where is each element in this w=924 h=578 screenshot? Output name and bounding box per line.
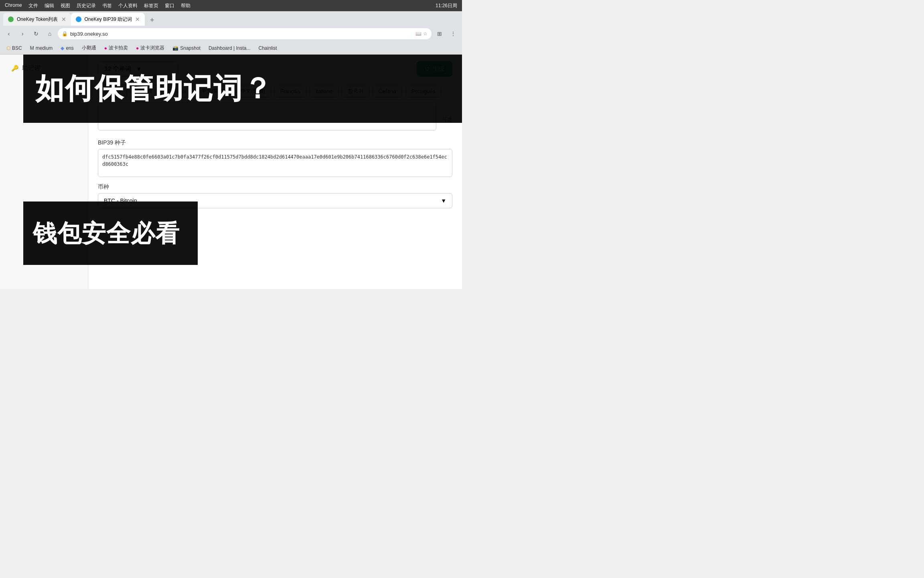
bookmark-polka-browser-icon: ●	[136, 45, 139, 51]
forward-button[interactable]: ›	[17, 28, 28, 39]
bip39-seed-section: BIP39 种子 dfc5157fb4e88c0fe6603a01c7b0fa3…	[98, 139, 452, 179]
bookmark-snapshot-icon: 📸	[172, 45, 178, 51]
os-menu-window[interactable]: 窗口	[165, 2, 174, 9]
overlay-top-text: 如何保管助记词？	[35, 73, 273, 104]
bookmark-polka-auction-label: 波卡拍卖	[109, 45, 128, 51]
bookmark-polka-browser[interactable]: ● 波卡浏览器	[133, 44, 168, 52]
bookmark-bsc-icon: ⬡	[6, 45, 10, 51]
os-time: 11:26日周	[436, 2, 457, 9]
bookmark-ens[interactable]: ◆ ens	[57, 45, 77, 52]
tab-0-favicon	[8, 16, 14, 22]
bookmark-bsc-label: BSC	[12, 45, 22, 51]
lock-icon: 🔒	[62, 31, 68, 37]
bookmark-xiaoe-label: 小鹅通	[82, 45, 96, 51]
currency-label: 币种	[98, 183, 452, 191]
reload-button[interactable]: ↻	[30, 28, 42, 39]
os-menu-view[interactable]: 视图	[61, 2, 70, 9]
tab-bar: OneKey Token列表 ✕ OneKey BIP39 助记词 ✕ +	[0, 11, 462, 26]
bookmark-bsc[interactable]: ⬡ BSC	[3, 45, 25, 52]
bookmark-dashboard[interactable]: Dashboard | Insta...	[205, 45, 254, 52]
os-menu-tabs[interactable]: 标签页	[144, 2, 158, 9]
bookmarks-bar: ⬡ BSC M medium ◆ ens 小鹅通 ● 波卡拍卖 ● 波卡浏览器 …	[0, 42, 462, 55]
os-menu-history[interactable]: 历史记录	[77, 2, 96, 9]
os-bar: Chrome 文件 编辑 视图 历史记录 书签 个人资料 标签页 窗口 帮助 1…	[0, 0, 462, 11]
os-menu-chrome[interactable]: Chrome	[5, 2, 22, 9]
os-menu-bookmarks[interactable]: 书签	[102, 2, 112, 9]
tab-0-close[interactable]: ✕	[61, 16, 66, 22]
bookmark-chainlist[interactable]: Chainlist	[255, 45, 280, 52]
os-menu-help[interactable]: 帮助	[181, 2, 190, 9]
bookmark-ens-label: ens	[66, 45, 73, 51]
address-bar[interactable]: 🔒 bip39.onekey.so 📖 ☆	[58, 28, 432, 39]
bookmark-chainlist-label: Chainlist	[258, 45, 277, 51]
overlay-bottom-text: 钱包安全必看	[33, 220, 180, 247]
os-menu-edit[interactable]: 编辑	[45, 2, 54, 9]
new-tab-button[interactable]: +	[146, 14, 158, 26]
url-display: bip39.onekey.so	[70, 31, 413, 37]
tab-0[interactable]: OneKey Token列表 ✕	[3, 13, 71, 26]
currency-chevron-icon: ▼	[441, 197, 446, 204]
bookmark-snapshot-label: Snapshot	[180, 45, 201, 51]
extensions-button[interactable]: ⊞	[434, 28, 445, 39]
bookmark-medium-label: medium	[36, 45, 53, 51]
os-bar-left: Chrome 文件 编辑 视图 历史记录 书签 个人资料 标签页 窗口 帮助	[5, 2, 190, 9]
bookmark-medium-icon: M	[30, 45, 34, 51]
home-button[interactable]: ⌂	[44, 28, 55, 39]
address-bar-icons: 📖 ☆	[415, 31, 428, 37]
address-bar-row: ‹ › ↻ ⌂ 🔒 bip39.onekey.so 📖 ☆ ⊞ ⋮	[0, 26, 462, 42]
tab-1[interactable]: OneKey BIP39 助记词 ✕	[71, 13, 145, 26]
os-menu-file[interactable]: 文件	[28, 2, 38, 9]
tab-1-label: OneKey BIP39 助记词	[85, 16, 132, 23]
menu-button[interactable]: ⋮	[448, 28, 459, 39]
os-bar-right: 11:26日周	[436, 2, 457, 9]
bookmark-snapshot[interactable]: 📸 Snapshot	[169, 45, 204, 52]
mnemonic-icon: 🔑	[11, 65, 19, 72]
bip39-seed-label: BIP39 种子	[98, 139, 452, 147]
star-icon[interactable]: ☆	[423, 31, 428, 37]
bookmark-dashboard-label: Dashboard | Insta...	[209, 45, 251, 51]
tab-0-label: OneKey Token列表	[17, 16, 58, 23]
os-menu-profile[interactable]: 个人资料	[118, 2, 138, 9]
bookmark-polka-auction-icon: ●	[104, 45, 107, 51]
reader-icon[interactable]: 📖	[415, 31, 421, 37]
bookmark-ens-icon: ◆	[61, 45, 64, 51]
bookmark-medium[interactable]: M medium	[27, 45, 56, 52]
overlay-banner-bottom: 钱包安全必看	[23, 201, 198, 265]
bookmark-polka-browser-label: 波卡浏览器	[140, 45, 164, 51]
back-button[interactable]: ‹	[3, 28, 14, 39]
tab-1-close[interactable]: ✕	[135, 16, 140, 22]
page-content: 🔑 助记词 12 个单词 ▼ ↺ 生成 English 日本語 Español …	[0, 55, 462, 289]
bip39-seed-textarea[interactable]: dfc5157fb4e88c0fe6603a01c7b0fa3477f26cf0…	[98, 149, 452, 177]
bookmark-polka-auction[interactable]: ● 波卡拍卖	[101, 44, 131, 52]
tab-1-favicon	[76, 16, 81, 22]
overlay-banner-top: 如何保管助记词？	[23, 55, 462, 123]
bookmark-xiaoe[interactable]: 小鹅通	[79, 44, 99, 52]
